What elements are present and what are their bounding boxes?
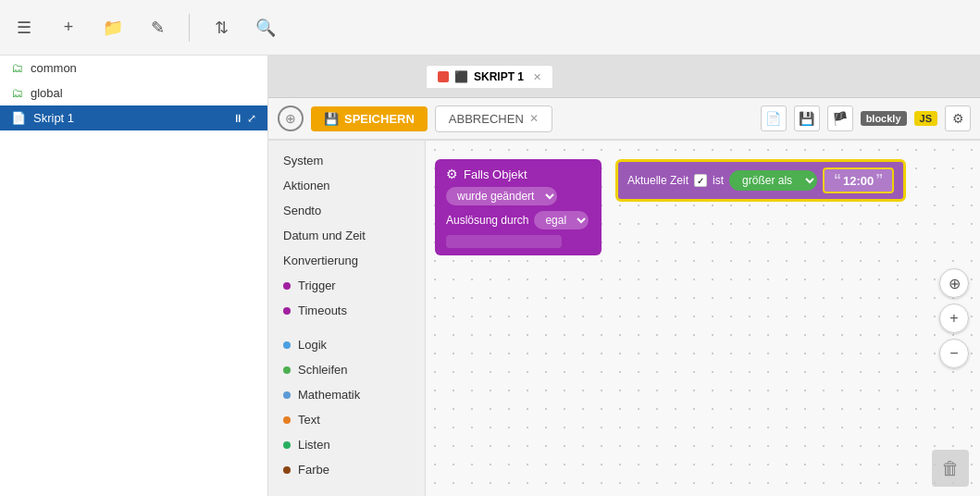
block-bottom-connector xyxy=(446,235,562,248)
cancel-icon: ✕ xyxy=(529,112,539,125)
block-trigger-dropdown[interactable]: egal xyxy=(534,211,589,229)
file-import-icon[interactable]: 💾 xyxy=(794,105,820,131)
menu-icon[interactable]: ☰ xyxy=(11,15,37,41)
settings-icon[interactable]: ⚙ xyxy=(945,105,971,131)
category-label: Timeouts xyxy=(298,304,347,317)
block-header-row: ⚙ Falls Objekt xyxy=(446,167,590,181)
action-toolbar: ⊕ 💾 SPEICHERN ABBRECHEN ✕ 📄 💾 🏴 blockly … xyxy=(268,98,980,141)
crosshair-control[interactable]: ⊕ xyxy=(939,268,969,298)
block-event-dropdown[interactable]: wurde geändert xyxy=(446,187,557,205)
quote-left-icon: “ xyxy=(834,172,841,189)
category-konvertierung[interactable]: Konvertierung xyxy=(268,248,425,273)
item-controls: ⏸ ⤢ xyxy=(232,112,256,125)
folder-add-icon[interactable]: 📁 xyxy=(100,15,126,41)
category-label: Konvertierung xyxy=(283,254,358,267)
block-settings-icon: ⚙ xyxy=(446,167,458,181)
block-checkbox: ✓ xyxy=(694,174,707,187)
timeouts-dot xyxy=(283,307,291,315)
blockly-badge[interactable]: blockly xyxy=(861,111,907,126)
category-text[interactable]: Text xyxy=(268,407,425,432)
tab-icon: ⬛ xyxy=(454,70,468,83)
text-dot xyxy=(283,416,291,424)
cancel-button[interactable]: ABBRECHEN ✕ xyxy=(435,105,552,132)
block-value[interactable]: “ 12:00 ” xyxy=(823,167,894,193)
zoom-out-button[interactable]: − xyxy=(939,339,969,368)
block-falls-objekt[interactable]: ⚙ Falls Objekt wurde geändert Auslösung … xyxy=(435,159,602,255)
tab-title: SKRIPT 1 xyxy=(474,70,524,83)
category-datum[interactable]: Datum und Zeit xyxy=(268,223,425,248)
block-trigger-row: Auslösung durch egal xyxy=(446,211,590,229)
sidebar-item-skript1[interactable]: 📄 Skript 1 ⏸ ⤢ xyxy=(0,105,267,130)
canvas-controls: ⊕ + − xyxy=(939,268,969,368)
sort-icon[interactable]: ⇅ xyxy=(208,15,234,41)
category-label: Logik xyxy=(298,338,327,352)
main-layout: 🗂 common 🗂 global 📄 Skript 1 ⏸ ⤢ ⬛ xyxy=(0,56,980,496)
category-label: System xyxy=(283,154,323,167)
category-timeouts[interactable]: Timeouts xyxy=(268,298,425,323)
category-label: Aktionen xyxy=(283,179,330,192)
tab-close-icon[interactable]: ✕ xyxy=(533,71,541,83)
quote-right-icon: ” xyxy=(875,172,883,189)
script-tab[interactable]: ⬛ SKRIPT 1 ✕ xyxy=(426,65,553,88)
block-event-row: wurde geändert xyxy=(446,187,590,205)
sidebar-item-common[interactable]: 🗂 common xyxy=(0,56,267,81)
sidebar-item-global[interactable]: 🗂 global xyxy=(0,81,267,105)
sidebar-item-label: Skript 1 xyxy=(33,111,225,125)
pause-icon[interactable]: ⏸ xyxy=(232,112,243,125)
block-auslosung-label: Auslösung durch xyxy=(446,214,528,227)
block-zeit-label: Aktuelle Zeit xyxy=(627,174,688,187)
category-separator-2 xyxy=(268,482,425,491)
category-variablen[interactable]: Variablen xyxy=(268,491,425,496)
category-trigger[interactable]: Trigger xyxy=(268,273,425,298)
toolbar-right: 📄 💾 🏴 blockly JS ⚙ xyxy=(761,105,971,131)
category-label: Mathematik xyxy=(298,388,360,402)
category-label: Listen xyxy=(298,438,330,452)
category-logik[interactable]: Logik xyxy=(268,332,425,357)
sidebar-items: 🗂 common 🗂 global 📄 Skript 1 ⏸ ⤢ xyxy=(0,56,267,496)
category-farbe[interactable]: Farbe xyxy=(268,457,425,482)
folder-icon: 🗂 xyxy=(11,86,23,100)
trash-icon[interactable]: 🗑 xyxy=(932,450,969,487)
category-system[interactable]: System xyxy=(268,148,425,173)
file-export-icon[interactable]: 📄 xyxy=(761,105,787,131)
category-label: Text xyxy=(298,413,320,427)
script-icon: 📄 xyxy=(11,111,26,125)
toolbar-separator xyxy=(189,14,190,42)
flag-icon[interactable]: 🏴 xyxy=(827,105,853,131)
edit-icon[interactable]: ✎ xyxy=(144,15,170,41)
category-sendto[interactable]: Sendto xyxy=(268,198,425,223)
add-icon[interactable]: + xyxy=(56,15,81,41)
category-separator xyxy=(268,323,425,332)
block-ist-label: ist xyxy=(713,174,724,187)
category-label: Schleifen xyxy=(298,363,347,377)
category-label: Farbe xyxy=(298,463,329,477)
search-icon[interactable]: 🔍 xyxy=(253,15,279,41)
logik-dot xyxy=(283,341,291,349)
top-toolbar: ☰ + 📁 ✎ ⇅ 🔍 xyxy=(0,0,980,56)
mathematik-dot xyxy=(283,391,291,399)
block-condition[interactable]: Aktuelle Zeit ✓ ist größer als “ 12:00 ” xyxy=(615,159,906,202)
sidebar-item-label: global xyxy=(31,86,256,100)
js-badge[interactable]: JS xyxy=(914,111,937,126)
category-schleifen[interactable]: Schleifen xyxy=(268,357,425,382)
sidebar-item-label: common xyxy=(31,61,256,75)
folder-icon: 🗂 xyxy=(11,61,23,75)
schleifen-dot xyxy=(283,366,291,374)
category-mathematik[interactable]: Mathematik xyxy=(268,382,425,407)
category-listen[interactable]: Listen xyxy=(268,432,425,457)
crosshair-icon[interactable]: ⊕ xyxy=(278,105,304,131)
script-canvas[interactable]: ⚙ Falls Objekt wurde geändert Auslösung … xyxy=(426,141,980,496)
block-falls-label: Falls Objekt xyxy=(464,167,527,181)
left-sidebar: 🗂 common 🗂 global 📄 Skript 1 ⏸ ⤢ xyxy=(0,56,268,496)
expand-icon[interactable]: ⤢ xyxy=(247,112,256,125)
category-label: Sendto xyxy=(283,204,321,217)
listen-dot xyxy=(283,441,291,449)
category-panel: System Aktionen Sendto Datum und Zeit Ko… xyxy=(268,141,426,496)
script-tab-bar: ⬛ SKRIPT 1 ✕ xyxy=(268,56,980,98)
category-aktionen[interactable]: Aktionen xyxy=(268,173,425,198)
category-label: Trigger xyxy=(298,279,336,292)
category-label: Datum und Zeit xyxy=(283,229,366,242)
save-button[interactable]: 💾 SPEICHERN xyxy=(311,106,428,131)
block-operator-dropdown[interactable]: größer als xyxy=(729,170,817,191)
zoom-in-button[interactable]: + xyxy=(939,304,969,333)
